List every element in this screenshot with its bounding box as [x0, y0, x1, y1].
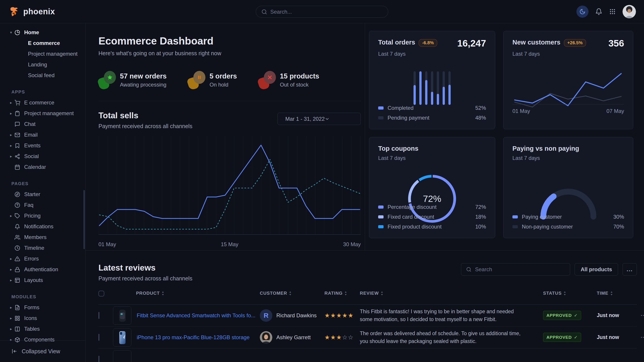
calendar-icon — [14, 164, 20, 170]
search-icon — [466, 267, 472, 272]
clipboard-icon — [14, 111, 20, 116]
sidebar-item-chat[interactable]: Chat — [0, 119, 85, 129]
sidebar-section-label: MODULES — [0, 291, 85, 302]
col-customer[interactable]: CUSTOMER — [256, 291, 324, 296]
legend-label: Fixed card discount — [388, 214, 434, 220]
stat-caption: Awating processing — [120, 82, 166, 88]
row-menu-button[interactable]: ⋯ — [633, 334, 644, 341]
card-title: Top coupons — [378, 145, 418, 152]
theme-toggle-button[interactable] — [576, 5, 588, 18]
sidebar-item-project-management[interactable]: ▸Project management — [0, 108, 85, 119]
caret-icon: ▸ — [10, 278, 14, 283]
top-coupons-card: Top coupons Last 7 days 72% Percentage d… — [369, 137, 495, 238]
sidebar-item-faq[interactable]: Faq — [0, 200, 85, 210]
row-checkbox[interactable] — [98, 334, 99, 341]
review-text: This Fitbit is fantastic! I was trying t… — [360, 308, 543, 323]
row-menu-button[interactable]: ⋯ — [633, 312, 644, 319]
legend-value: 48% — [475, 115, 486, 121]
customer-avatar: R — [260, 309, 272, 322]
x-bold-icon — [267, 74, 273, 80]
col-review[interactable]: REVIEW — [360, 291, 543, 296]
legend-row: Paying customer30% — [512, 212, 624, 222]
sidebar-item-members[interactable]: Members — [0, 232, 85, 243]
new-customers-value: 356 — [608, 39, 624, 48]
more-options-button[interactable]: ... — [622, 263, 637, 276]
sidebar-item-notifications[interactable]: Notifications — [0, 221, 85, 232]
sidebar-item-icons[interactable]: ▸Icons — [0, 313, 85, 324]
legend-value: 70% — [613, 224, 624, 230]
legend-value: 30% — [613, 214, 624, 220]
sidebar-item-starter[interactable]: Starter — [0, 189, 85, 200]
sidebar-item-home[interactable]: ▾Home — [0, 27, 85, 38]
legend-row: Percentage discount72% — [378, 202, 486, 212]
caret-icon: ▸ — [10, 305, 14, 310]
table-row: iPhone 13 pro max-Pacific Blue-128GB sto… — [98, 327, 637, 348]
sidebar-item-layouts[interactable]: ▸Layouts — [0, 275, 85, 286]
legend-row: Fixed product discount10% — [378, 222, 486, 232]
orders-legend: Completed52%Pending payment48% — [378, 103, 486, 123]
stat-value: 57 new orders — [120, 72, 166, 80]
legend-label: Non-paying customer — [522, 224, 573, 230]
caret-icon: ▸ — [10, 214, 14, 218]
brand-name: phoenix — [23, 7, 55, 16]
moon-icon — [579, 8, 586, 15]
col-rating[interactable]: RATING — [324, 291, 360, 296]
sidebar-subitem-landing[interactable]: Landing — [0, 59, 85, 70]
row-checkbox[interactable] — [98, 356, 99, 362]
sidebar-item-forms[interactable]: ▸Forms — [0, 302, 85, 313]
search-input[interactable] — [270, 9, 383, 15]
notifications-button[interactable] — [595, 8, 602, 15]
sidebar-item-authentication[interactable]: ▸Authentication — [0, 264, 85, 275]
total-orders-value: 16,247 — [458, 39, 486, 48]
total-sells-title: Total sells — [98, 111, 192, 120]
caret-icon: ▸ — [10, 111, 14, 116]
select-all-checkbox[interactable] — [98, 291, 104, 297]
apps-grid-icon — [609, 8, 616, 15]
sidebar-scrollbar[interactable] — [84, 190, 85, 249]
check-icon: ✓ — [574, 313, 578, 318]
customer-avatar — [260, 331, 272, 344]
brand-logo[interactable]: phoenix — [8, 6, 55, 17]
caret-icon: ▸ — [10, 327, 14, 331]
row-checkbox[interactable] — [98, 312, 99, 319]
legend-swatch — [378, 116, 384, 119]
reviews-search-input[interactable] — [475, 266, 565, 273]
sidebar-item-calendar[interactable]: Calendar — [0, 162, 85, 172]
sidebar-item-e-commerce[interactable]: ▸E commerce — [0, 97, 85, 108]
legend-swatch — [378, 106, 384, 110]
sidebar-item-pricing[interactable]: ▸Pricing — [0, 210, 85, 221]
x-tick: 30 May — [343, 241, 361, 248]
sidebar-item-tables[interactable]: ▸Tables — [0, 324, 85, 334]
sidebar-subitem-project-management[interactable]: Project management — [0, 48, 85, 59]
sidebar-item-social[interactable]: ▸Social — [0, 151, 85, 162]
product-link[interactable]: iPhone 13 pro max-Pacific Blue-128GB sto… — [137, 334, 250, 341]
collapse-sidebar-button[interactable]: Collapsed View — [0, 340, 85, 362]
check-icon: ✓ — [574, 335, 578, 340]
legend-row: Non-paying customer70% — [512, 222, 624, 232]
sidebar-item-errors[interactable]: ▸Errors — [0, 253, 85, 264]
col-product[interactable]: PRODUCT — [113, 291, 256, 296]
user-avatar[interactable] — [622, 5, 636, 18]
all-products-button[interactable]: All products — [575, 263, 618, 276]
legend-swatch — [378, 215, 384, 218]
col-status[interactable]: STATUS — [543, 291, 597, 296]
bell-icon — [14, 224, 20, 229]
sidebar-item-events[interactable]: ▸Events — [0, 140, 85, 151]
sidebar-subitem-e-commerce[interactable]: E commerce — [0, 38, 85, 48]
caret-icon: ▸ — [10, 154, 14, 159]
sidebar-subitem-social-feed[interactable]: Social feed — [0, 70, 85, 81]
sidebar-item-timeline[interactable]: Timeline — [0, 243, 85, 253]
col-time[interactable]: TIME — [597, 291, 633, 296]
stat-value: 15 products — [280, 72, 319, 80]
cart-icon — [14, 100, 20, 105]
product-link[interactable]: Fitbit Sense Advanced Smartwatch with To… — [137, 312, 255, 319]
date-range-select[interactable]: Mar 1 - 31, 2022 — [278, 113, 361, 125]
search-icon — [261, 9, 267, 15]
apps-grid-button[interactable] — [609, 8, 616, 15]
sidebar-item-email[interactable]: ▸Email — [0, 129, 85, 140]
page-subtitle: Here's what's going on at your business … — [98, 50, 365, 56]
lock-icon — [14, 267, 20, 272]
collapse-icon — [12, 348, 17, 354]
stat-item: 15 productsOut of stock — [258, 71, 319, 89]
legend-value: 52% — [475, 105, 486, 111]
